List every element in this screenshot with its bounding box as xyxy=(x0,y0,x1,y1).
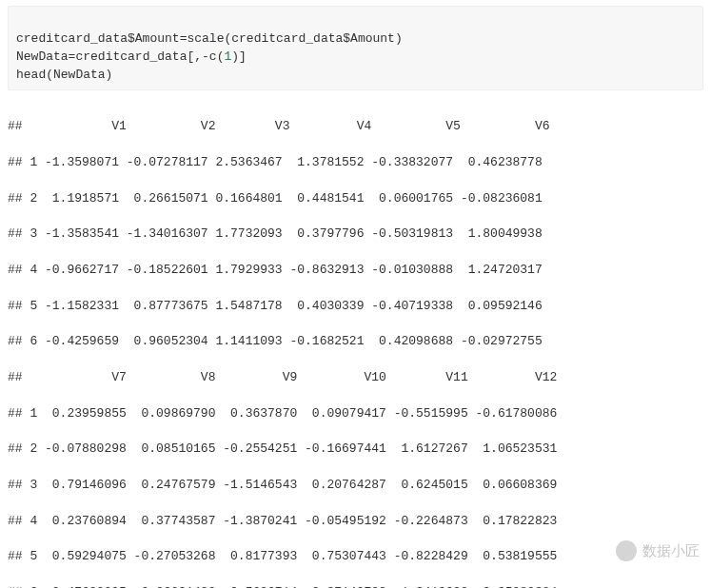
output-row: ## 6 0.47620095 0.26031433 -0.5686714 -0… xyxy=(8,584,703,588)
output-row: ## 2 1.1918571 0.26615071 0.1664801 0.44… xyxy=(8,190,703,208)
code-token: creditcard_data$Amount xyxy=(16,31,180,46)
output-row: ## 1 -1.3598071 -0.07278117 2.5363467 1.… xyxy=(8,154,703,172)
output-row: ## 5 -1.1582331 0.87773675 1.5487178 0.4… xyxy=(8,298,703,316)
code-token: creditcard_data[,-c( xyxy=(75,49,224,64)
code-token: head(NewData) xyxy=(16,68,112,82)
output-row: ## 3 -1.3583541 -1.34016307 1.7732093 0.… xyxy=(8,225,703,244)
code-line-2: NewData=creditcard_data[,-c(1)] xyxy=(16,49,247,64)
code-line-1: creditcard_data$Amount=scale(creditcard_… xyxy=(16,31,403,46)
output-row: ## 6 -0.4259659 0.96052304 1.1411093 -0.… xyxy=(8,333,703,351)
code-token: NewData xyxy=(16,49,69,64)
code-line-3: head(NewData) xyxy=(16,68,112,82)
output-header: ## V7 V8 V9 V10 V11 V12 xyxy=(8,369,703,387)
output-row: ## 4 -0.9662717 -0.18522601 1.7929933 -0… xyxy=(8,262,703,280)
console-output: ## V1 V2 V3 V4 V5 V6 ## 1 -1.3598071 -0.… xyxy=(0,100,711,588)
code-token: )] xyxy=(231,49,247,64)
output-row: ## 1 0.23959855 0.09869790 0.3637870 0.0… xyxy=(8,405,703,423)
output-row: ## 5 0.59294075 -0.27053268 0.8177393 0.… xyxy=(8,548,703,566)
output-row: ## 4 0.23760894 0.37743587 -1.3870241 -0… xyxy=(8,513,703,531)
output-row: ## 2 -0.07880298 0.08510165 -0.2554251 -… xyxy=(8,441,703,459)
code-token: scale(creditcard_data$Amount) xyxy=(187,31,402,46)
output-row: ## 3 0.79146096 0.24767579 -1.5146543 0.… xyxy=(8,477,703,495)
code-cell: creditcard_data$Amount=scale(creditcard_… xyxy=(8,6,703,90)
output-header: ## V1 V2 V3 V4 V5 V6 xyxy=(8,118,703,136)
